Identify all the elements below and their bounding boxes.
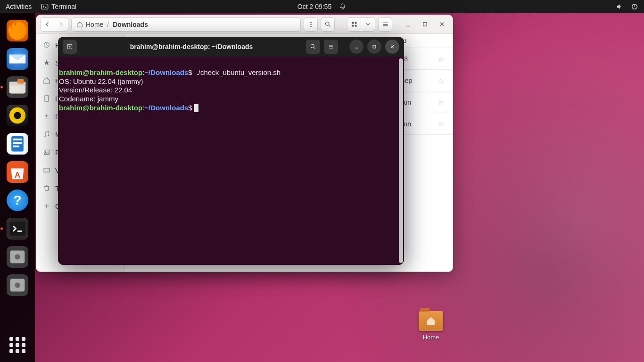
terminal-window: brahim@brahim-desktop: ~/Downloads brahi… bbox=[58, 37, 404, 265]
terminal-headerbar: brahim@brahim-desktop: ~/Downloads bbox=[58, 37, 404, 57]
dock-rhythmbox[interactable] bbox=[5, 103, 30, 128]
activities-button[interactable]: Activities bbox=[6, 3, 32, 10]
maximize-icon bbox=[421, 21, 429, 28]
desktop-home-label: Home bbox=[415, 334, 447, 341]
power-icon[interactable] bbox=[631, 3, 638, 10]
download-icon bbox=[43, 113, 50, 120]
document-icon bbox=[43, 95, 50, 102]
view-dropdown-button[interactable] bbox=[361, 17, 375, 32]
breadcrumb-home[interactable]: Home bbox=[76, 21, 103, 28]
hamburger-icon bbox=[328, 43, 334, 50]
terminal-menu-button[interactable] bbox=[324, 40, 338, 54]
svg-point-8 bbox=[14, 112, 21, 119]
dock: A ? bbox=[0, 13, 35, 362]
star-icon[interactable]: ☆ bbox=[434, 55, 448, 63]
dock-disk2[interactable] bbox=[5, 273, 30, 297]
music-icon bbox=[43, 131, 50, 138]
home-icon bbox=[426, 316, 436, 326]
nav-forward-button[interactable] bbox=[54, 17, 68, 32]
app-menu[interactable]: Terminal bbox=[41, 3, 76, 10]
terminal-maximize-button[interactable] bbox=[367, 40, 381, 54]
search-icon bbox=[324, 21, 331, 28]
volume-icon[interactable] bbox=[616, 3, 623, 10]
breadcrumb-current[interactable]: Downloads bbox=[113, 21, 148, 28]
svg-point-21 bbox=[310, 26, 312, 27]
svg-rect-12 bbox=[13, 146, 19, 148]
image-icon bbox=[43, 148, 50, 156]
chevron-left-icon bbox=[44, 21, 51, 28]
kebab-icon bbox=[307, 21, 314, 28]
shopping-bag-icon: A bbox=[7, 161, 28, 183]
files-headerbar: Home / Downloads bbox=[36, 15, 453, 34]
dock-writer[interactable] bbox=[5, 132, 30, 156]
svg-rect-26 bbox=[352, 25, 354, 27]
home-icon bbox=[76, 21, 83, 28]
dock-thunderbird[interactable] bbox=[5, 47, 30, 71]
new-tab-button[interactable] bbox=[63, 40, 77, 54]
svg-rect-11 bbox=[13, 142, 22, 144]
terminal-minimize-button[interactable] bbox=[349, 40, 363, 54]
star-icon[interactable]: ☆ bbox=[434, 77, 448, 84]
bell-icon[interactable] bbox=[339, 3, 347, 10]
disk-icon bbox=[7, 274, 28, 296]
chevron-down-icon bbox=[364, 21, 372, 28]
close-icon bbox=[389, 43, 396, 50]
svg-rect-6 bbox=[17, 79, 24, 84]
svg-rect-25 bbox=[355, 22, 356, 24]
maximize-button[interactable] bbox=[418, 17, 432, 32]
svg-rect-32 bbox=[423, 23, 427, 26]
gnome-topbar: Activities Terminal Oct 2 09:55 bbox=[0, 0, 644, 13]
dock-terminal[interactable] bbox=[5, 216, 30, 241]
grid-icon bbox=[351, 21, 358, 28]
svg-rect-27 bbox=[355, 25, 356, 27]
minimize-button[interactable] bbox=[401, 17, 415, 32]
disk-icon bbox=[7, 246, 28, 268]
hamburger-button[interactable] bbox=[378, 17, 392, 32]
svg-rect-24 bbox=[352, 22, 354, 24]
svg-rect-14 bbox=[10, 222, 25, 235]
svg-rect-39 bbox=[44, 150, 50, 154]
close-icon bbox=[438, 21, 446, 28]
minimize-icon bbox=[353, 43, 360, 50]
terminal-search-button[interactable] bbox=[306, 40, 320, 54]
app-menu-label: Terminal bbox=[51, 3, 76, 10]
terminal-cursor bbox=[194, 104, 198, 112]
dock-software[interactable]: A bbox=[5, 160, 30, 184]
star-icon[interactable]: ☆ bbox=[434, 99, 448, 106]
terminal-icon bbox=[41, 3, 49, 10]
question-icon: ? bbox=[13, 193, 21, 208]
dock-files[interactable] bbox=[5, 75, 30, 99]
search-icon bbox=[310, 43, 316, 50]
home-icon bbox=[43, 77, 50, 84]
terminal-close-button[interactable] bbox=[385, 40, 399, 54]
breadcrumb[interactable]: Home / Downloads bbox=[71, 17, 301, 32]
svg-point-18 bbox=[15, 282, 20, 288]
term-output-line: Codename: jammy bbox=[59, 95, 118, 103]
term-command: ./check_ubuntu_version.sh bbox=[197, 68, 281, 76]
minimize-icon bbox=[405, 21, 412, 28]
path-menu-button[interactable] bbox=[304, 17, 318, 32]
chevron-right-icon bbox=[58, 21, 65, 28]
plus-icon bbox=[43, 202, 50, 210]
dock-firefox[interactable] bbox=[5, 18, 30, 43]
terminal-body[interactable]: brahim@brahim-desktop:~/Downloads$ ./che… bbox=[58, 57, 404, 265]
close-button[interactable] bbox=[435, 17, 449, 32]
term-output-line: Version/Release: 22.04 bbox=[59, 86, 132, 94]
grid-view-button[interactable] bbox=[347, 17, 361, 32]
clock[interactable]: Oct 2 09:55 bbox=[297, 3, 331, 10]
nav-back-button[interactable] bbox=[40, 17, 54, 32]
svg-rect-10 bbox=[13, 139, 22, 140]
svg-rect-36 bbox=[45, 96, 49, 101]
firefox-icon bbox=[7, 20, 28, 41]
terminal-scrollbar[interactable] bbox=[399, 58, 403, 263]
star-icon[interactable]: ☆ bbox=[434, 120, 448, 128]
desktop-home-icon[interactable]: Home bbox=[415, 311, 447, 341]
hamburger-icon bbox=[382, 21, 389, 28]
svg-line-48 bbox=[314, 48, 315, 49]
dock-disk1[interactable] bbox=[5, 245, 30, 269]
dock-show-apps[interactable] bbox=[5, 333, 30, 357]
star-icon bbox=[43, 59, 50, 66]
maximize-icon bbox=[371, 43, 378, 50]
dock-help[interactable]: ? bbox=[5, 188, 30, 213]
search-button[interactable] bbox=[321, 17, 335, 32]
